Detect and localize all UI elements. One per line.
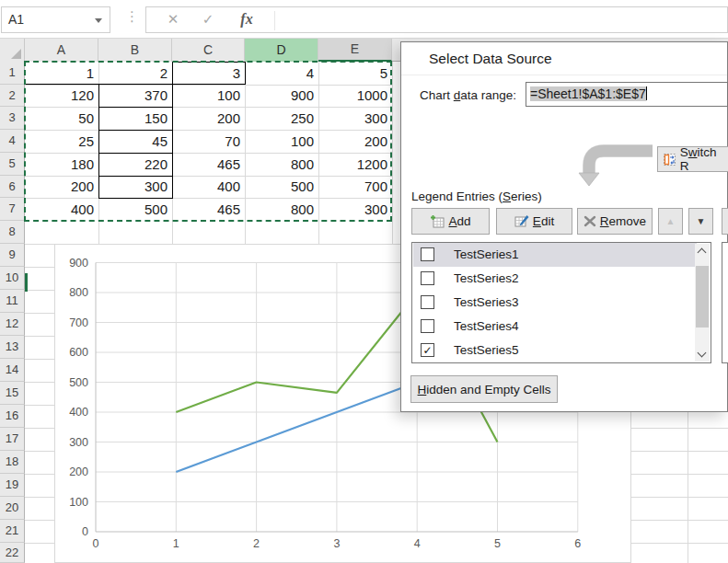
flow-arrow-icon — [572, 142, 654, 197]
row-anchor-mark — [25, 273, 28, 292]
gridline — [631, 451, 728, 452]
row-header-9[interactable]: 9 — [0, 244, 25, 267]
formula-toolbar: A1 ⋮ ✕ ✓ fx — [0, 0, 728, 38]
series-checkbox[interactable]: ✓ — [421, 343, 434, 357]
move-down-icon: ▼ — [697, 216, 706, 226]
formula-bar[interactable]: ✕ ✓ fx — [145, 6, 728, 33]
gridline — [688, 412, 688, 563]
series-checkbox[interactable] — [421, 319, 434, 333]
name-box-value: A1 — [8, 12, 24, 27]
series-checkbox[interactable] — [421, 295, 434, 309]
row-header-16[interactable]: 16 — [0, 405, 25, 428]
gridline — [631, 497, 728, 498]
row-header-12[interactable]: 12 — [0, 313, 25, 336]
gridline — [25, 520, 54, 521]
remove-button-label: Remove — [600, 214, 646, 228]
row-header-4[interactable]: 4 — [0, 130, 25, 153]
selection-marquee — [24, 61, 392, 222]
gridline — [25, 474, 54, 475]
row-header-10[interactable]: 10 — [0, 267, 25, 290]
series-list-item[interactable]: TestSeries3 — [413, 291, 697, 315]
name-box-dropdown-icon[interactable] — [95, 18, 102, 23]
select-all-icon — [11, 49, 21, 59]
gridline — [25, 497, 54, 498]
move-up-icon: ▲ — [666, 216, 676, 226]
row-header-1[interactable]: 1 — [0, 62, 25, 85]
selected-text: =Sheet1!$A$1:$E$7 — [530, 86, 646, 101]
row-header-15[interactable]: 15 — [0, 382, 25, 405]
column-header-e[interactable]: E — [318, 39, 392, 62]
row-header-20[interactable]: 20 — [0, 497, 25, 520]
insert-function-icon[interactable]: fx — [235, 11, 259, 28]
row-header-17[interactable]: 17 — [0, 428, 25, 451]
svg-text:4: 4 — [414, 537, 421, 550]
gridline — [631, 474, 728, 475]
gridline — [631, 543, 728, 544]
series-list-item[interactable]: TestSeries1 — [413, 243, 697, 267]
series-list-item[interactable]: TestSeries4 — [413, 315, 697, 339]
scroll-up-icon[interactable] — [698, 248, 707, 258]
axis-labels-button-sliver — [722, 208, 728, 235]
switch-button-label: Switch R — [680, 145, 728, 173]
gridline — [25, 405, 54, 406]
axis-labels-list-sliver — [722, 242, 728, 363]
row-header-7[interactable]: 7 — [0, 198, 25, 221]
row-header-6[interactable]: 6 — [0, 176, 25, 198]
remove-series-button[interactable]: Remove — [577, 208, 653, 235]
gridline — [25, 451, 54, 452]
row-header-22[interactable]: 22 — [0, 543, 25, 563]
scroll-down-icon[interactable] — [698, 349, 707, 358]
chart-data-range-input[interactable]: =Sheet1!$A$1:$E$7 — [526, 82, 728, 107]
column-header-a[interactable]: A — [25, 39, 98, 62]
row-header-13[interactable]: 13 — [0, 336, 25, 359]
hidden-button-label: Hidden and Empty Cells — [418, 383, 551, 396]
scrollbar-thumb[interactable] — [696, 266, 709, 327]
row-header-14[interactable]: 14 — [0, 359, 25, 382]
switch-row-column-icon — [663, 153, 676, 167]
row-header-3[interactable]: 3 — [0, 107, 25, 130]
row-header-18[interactable]: 18 — [0, 451, 25, 474]
switch-row-column-button[interactable]: Switch R — [657, 146, 728, 172]
gridline — [631, 428, 728, 429]
series-checkbox[interactable] — [421, 247, 434, 261]
name-box[interactable]: A1 — [1, 6, 110, 33]
divider — [401, 75, 727, 75]
edit-button-label: Edit — [533, 214, 554, 228]
cancel-icon[interactable]: ✕ — [161, 11, 185, 28]
remove-icon — [584, 215, 596, 227]
series-checkbox[interactable] — [421, 271, 434, 285]
column-header-b[interactable]: B — [98, 39, 172, 62]
enter-icon[interactable]: ✓ — [196, 11, 220, 28]
text-cursor — [646, 86, 647, 100]
svg-text:900: 900 — [69, 257, 88, 270]
hidden-and-empty-cells-button[interactable]: Hidden and Empty Cells — [410, 375, 558, 403]
select-all-corner[interactable] — [0, 39, 25, 62]
row-header-21[interactable]: 21 — [0, 520, 25, 543]
gridline — [25, 336, 54, 337]
row-header-11[interactable]: 11 — [0, 290, 25, 313]
series-list-item[interactable]: ✓ TestSeries5 — [413, 339, 697, 362]
column-header-c[interactable]: C — [172, 39, 245, 62]
svg-text:700: 700 — [69, 316, 88, 329]
svg-text:2: 2 — [253, 537, 260, 550]
edit-series-button[interactable]: Edit — [496, 208, 572, 235]
move-up-button[interactable]: ▲ — [658, 208, 683, 235]
legend-entries-list: TestSeries1 TestSeries2 TestSeries3 Test… — [411, 242, 711, 363]
svg-text:1: 1 — [173, 537, 179, 550]
series-list-item[interactable]: TestSeries2 — [413, 267, 697, 291]
gridline — [631, 520, 728, 521]
move-down-button[interactable]: ▼ — [688, 208, 713, 235]
svg-text:600: 600 — [69, 346, 88, 359]
list-scrollbar[interactable] — [695, 244, 710, 362]
row-header-5[interactable]: 5 — [0, 153, 25, 176]
row-header-8[interactable]: 8 — [0, 221, 25, 244]
svg-text:400: 400 — [69, 406, 88, 419]
row-header-2[interactable]: 2 — [0, 85, 25, 107]
series-name: TestSeries4 — [454, 319, 519, 333]
column-header-d[interactable]: D — [245, 39, 318, 62]
svg-text:200: 200 — [69, 465, 88, 478]
row-header-19[interactable]: 19 — [0, 474, 25, 497]
gridline — [25, 267, 54, 268]
svg-text:5: 5 — [494, 537, 501, 550]
add-series-button[interactable]: Add — [411, 208, 490, 235]
